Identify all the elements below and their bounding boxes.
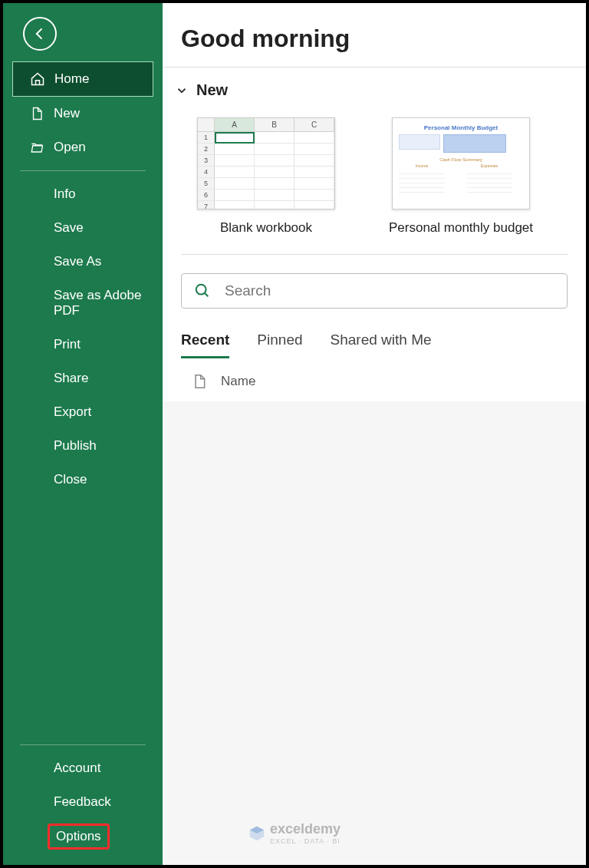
- greeting-title: Good morning: [163, 17, 586, 67]
- nav-close[interactable]: Close: [3, 463, 163, 497]
- search-icon: [194, 282, 211, 299]
- nav-publish[interactable]: Publish: [3, 429, 163, 463]
- arrow-left-icon: [32, 26, 48, 41]
- budget-thumb: Personal Monthly Budget Cash Flow Summar…: [392, 117, 530, 210]
- nav-options[interactable]: Options: [3, 819, 163, 854]
- nav-save-adobe[interactable]: Save as Adobe PDF: [3, 279, 163, 328]
- new-section-label: New: [196, 81, 228, 99]
- nav-save-as[interactable]: Save As: [3, 245, 163, 279]
- nav-info[interactable]: Info: [3, 177, 163, 211]
- svg-point-0: [196, 285, 206, 295]
- home-icon: [30, 71, 45, 87]
- blank-workbook-thumb: ABC 1 2 3 4 5 6 7: [197, 117, 335, 210]
- nav-options-label: Options: [56, 829, 101, 843]
- template-budget-label: Personal monthly budget: [388, 220, 534, 236]
- tab-shared[interactable]: Shared with Me: [331, 332, 432, 358]
- template-blank-label: Blank workbook: [193, 220, 339, 236]
- document-icon: [192, 372, 207, 391]
- chevron-down-icon: [175, 84, 189, 97]
- nav-open[interactable]: Open: [3, 130, 163, 164]
- file-tabs: Recent Pinned Shared with Me: [163, 309, 586, 358]
- file-list-body: [163, 401, 586, 865]
- new-section-toggle[interactable]: New: [163, 68, 586, 107]
- sidebar-divider-bottom: [20, 744, 146, 745]
- nav-save[interactable]: Save: [3, 211, 163, 245]
- search-box[interactable]: [181, 273, 568, 309]
- template-personal-budget[interactable]: Personal Monthly Budget Cash Flow Summar…: [388, 117, 534, 236]
- nav-export[interactable]: Export: [3, 395, 163, 429]
- nav-home-label: Home: [54, 71, 89, 87]
- nav-open-label: Open: [54, 140, 86, 155]
- nav-print[interactable]: Print: [3, 328, 163, 361]
- template-gallery: ABC 1 2 3 4 5 6 7 Blank workbook Persona…: [163, 107, 586, 249]
- folder-open-icon: [29, 140, 44, 155]
- tab-recent[interactable]: Recent: [181, 332, 229, 358]
- file-icon: [29, 106, 44, 121]
- tab-pinned[interactable]: Pinned: [257, 332, 302, 358]
- backstage-main: Good morning New ABC 1 2 3 4 5 6 7 Blank…: [163, 3, 586, 865]
- options-highlight: Options: [48, 823, 110, 850]
- backstage-sidebar: Home New Open Info Save Save As Save as …: [3, 3, 163, 865]
- nav-new-label: New: [54, 106, 80, 121]
- nav-new[interactable]: New: [3, 97, 163, 130]
- nav-account[interactable]: Account: [3, 751, 163, 785]
- nav-home[interactable]: Home: [12, 61, 153, 97]
- nav-share[interactable]: Share: [3, 361, 163, 395]
- sidebar-divider: [20, 170, 146, 171]
- back-button[interactable]: [23, 17, 57, 51]
- search-input[interactable]: [225, 282, 554, 299]
- nav-feedback[interactable]: Feedback: [3, 785, 163, 819]
- template-blank-workbook[interactable]: ABC 1 2 3 4 5 6 7 Blank workbook: [193, 117, 339, 236]
- file-list-header: Name: [163, 358, 586, 401]
- column-name-label: Name: [221, 374, 255, 389]
